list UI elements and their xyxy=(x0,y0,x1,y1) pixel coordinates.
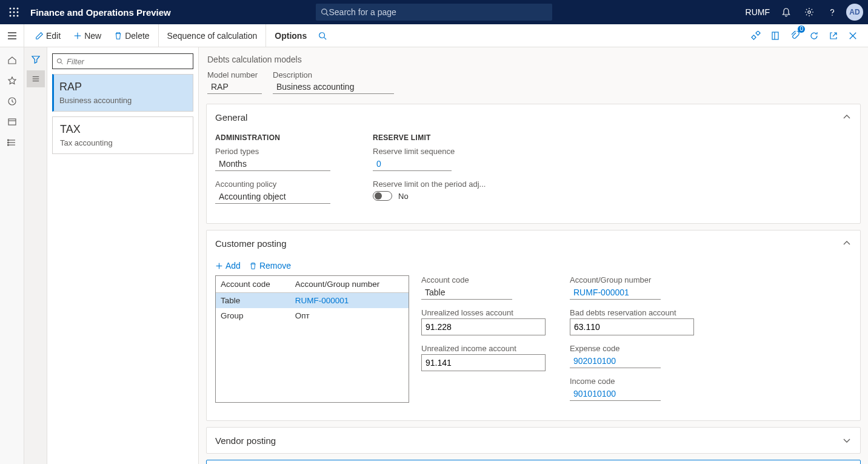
svg-point-6 xyxy=(10,15,12,17)
detail-unrealized-income-input[interactable] xyxy=(421,354,546,371)
doc-route-icon[interactable] xyxy=(747,27,765,45)
attachments-badge: 0 xyxy=(798,25,805,33)
plus-icon xyxy=(215,262,223,270)
svg-point-7 xyxy=(13,15,15,17)
customer-posting-grid[interactable]: Account code Account/Group number Table … xyxy=(215,275,409,403)
customer-posting-header[interactable]: Customer posting xyxy=(207,230,860,256)
reserve-limit-header: RESERVE LIMIT xyxy=(373,133,486,142)
period-types-value[interactable]: Months xyxy=(215,157,330,171)
reserve-limit-adj-toggle[interactable] xyxy=(373,191,392,201)
refresh-icon[interactable] xyxy=(805,27,823,45)
grid-add-button[interactable]: Add xyxy=(215,261,241,271)
company-indicator[interactable]: RUMF xyxy=(746,7,770,17)
vendor-posting-header[interactable]: Vendor posting xyxy=(207,428,860,453)
cell-account-group: RUMF-000001 xyxy=(290,293,409,309)
grid-col-account-group[interactable]: Account/Group number xyxy=(290,276,409,293)
attachments-icon[interactable]: 0 xyxy=(786,27,804,45)
detail-income-code-label: Income code xyxy=(570,377,694,386)
model-item-name: RAP xyxy=(59,81,185,93)
general-header[interactable]: General xyxy=(207,104,860,130)
detail-bad-debts-label: Bad debts reservation account xyxy=(570,308,694,317)
reserve-limit-adj-value: No xyxy=(398,192,409,201)
close-icon[interactable] xyxy=(844,27,862,45)
svg-point-0 xyxy=(10,8,12,10)
svg-line-19 xyxy=(324,37,327,39)
detail-unrealized-losses-input[interactable] xyxy=(421,318,546,335)
modules-icon[interactable] xyxy=(2,133,22,152)
detail-income-code-value[interactable]: 901010100 xyxy=(570,387,661,401)
model-item-name: TAX xyxy=(60,123,185,136)
reserve-limit-seq-label: Reserve limit sequence xyxy=(373,147,486,156)
general-title: General xyxy=(215,112,247,123)
recent-icon[interactable] xyxy=(2,92,22,110)
office-icon[interactable] xyxy=(766,27,784,45)
period-types-label: Period types xyxy=(215,147,330,156)
customer-posting-title: Customer posting xyxy=(215,238,287,249)
search-icon xyxy=(318,32,327,40)
list-icon[interactable] xyxy=(27,70,45,87)
nav-toggle-icon[interactable] xyxy=(0,24,24,47)
svg-point-5 xyxy=(17,12,19,13)
svg-point-3 xyxy=(10,12,12,13)
model-item-rap[interactable]: RAP Business accounting xyxy=(52,74,193,112)
popout-icon[interactable] xyxy=(824,27,843,45)
new-button[interactable]: New xyxy=(67,24,108,47)
sequence-button[interactable]: Sequence of calculation xyxy=(161,24,267,47)
model-list-panel: RAP Business accounting TAX Tax accounti… xyxy=(47,47,199,464)
general-card: General ADMINISTRATION Period types Mont… xyxy=(206,104,861,224)
find-button[interactable] xyxy=(313,24,332,47)
reserve-limit-seq-value[interactable]: 0 xyxy=(373,157,452,171)
detail-bad-debts-input[interactable] xyxy=(570,318,694,335)
help-icon[interactable] xyxy=(823,3,841,21)
model-item-tax[interactable]: TAX Tax accounting xyxy=(52,116,193,154)
svg-point-11 xyxy=(808,11,810,13)
content-area: Debts calculation models Model number RA… xyxy=(199,47,868,464)
table-row[interactable]: Group Опт xyxy=(216,308,409,323)
svg-rect-20 xyxy=(752,35,756,39)
model-number-value[interactable]: RAP xyxy=(207,79,262,94)
cell-account-code: Group xyxy=(216,308,290,323)
reserve-limit-adj-label: Reserve limit on the period adj... xyxy=(373,180,486,189)
detail-expense-code-value[interactable]: 902010100 xyxy=(570,354,661,368)
svg-point-12 xyxy=(832,15,833,16)
notifications-icon[interactable] xyxy=(777,3,795,21)
user-avatar[interactable]: AD xyxy=(846,4,863,21)
debt-interval-card: Debt interval xyxy=(206,460,861,464)
global-search[interactable] xyxy=(316,4,552,21)
svg-rect-21 xyxy=(756,31,760,35)
debt-interval-header[interactable]: Debt interval xyxy=(207,460,860,464)
model-number-label: Model number xyxy=(207,70,262,79)
description-value[interactable]: Business accounting xyxy=(273,79,394,94)
list-filter-input[interactable] xyxy=(67,57,189,66)
accounting-policy-value[interactable]: Accounting object xyxy=(215,190,330,204)
svg-rect-27 xyxy=(8,119,16,125)
grid-remove-button[interactable]: Remove xyxy=(249,261,291,271)
app-launcher-icon[interactable] xyxy=(5,3,23,21)
svg-point-1 xyxy=(13,8,15,10)
favorites-icon[interactable] xyxy=(2,72,22,90)
grid-col-account-code[interactable]: Account code xyxy=(216,276,290,293)
table-row[interactable]: Table RUMF-000001 xyxy=(216,293,409,309)
settings-icon[interactable] xyxy=(800,3,818,21)
detail-account-group-label: Account/Group number xyxy=(570,275,694,284)
list-filter[interactable] xyxy=(52,53,193,69)
description-field: Description Business accounting xyxy=(273,70,394,94)
edit-button[interactable]: Edit xyxy=(29,24,67,47)
new-button-label: New xyxy=(84,31,101,41)
trash-icon xyxy=(249,262,257,270)
delete-button[interactable]: Delete xyxy=(108,24,158,47)
filter-icon[interactable] xyxy=(27,51,45,68)
detail-account-code-value[interactable]: Table xyxy=(421,286,512,300)
svg-point-38 xyxy=(57,59,61,63)
top-bar: Finance and Operations Preview RUMF AD xyxy=(0,0,868,24)
model-number-field: Model number RAP xyxy=(207,70,262,94)
vendor-posting-title: Vendor posting xyxy=(215,435,276,446)
workspaces-icon[interactable] xyxy=(2,113,22,131)
plus-icon xyxy=(73,32,82,40)
global-search-input[interactable] xyxy=(329,7,548,17)
cell-account-code: Table xyxy=(216,293,290,309)
home-icon[interactable] xyxy=(2,51,22,69)
detail-account-group-value[interactable]: RUMF-000001 xyxy=(570,286,661,300)
options-button[interactable]: Options xyxy=(269,24,313,47)
trash-icon xyxy=(114,32,122,40)
